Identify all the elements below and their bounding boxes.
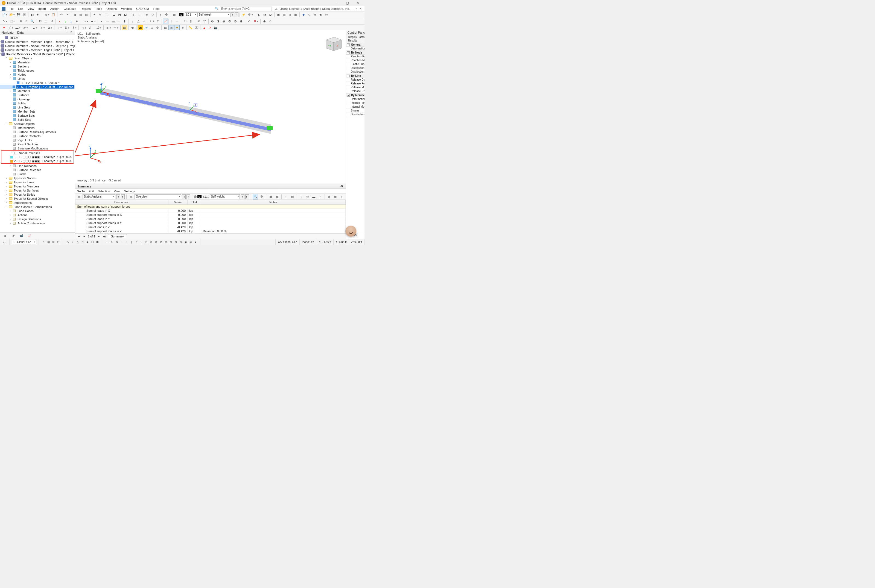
isometric-view-button[interactable]: ◈ (144, 12, 150, 18)
page-next[interactable]: ▸ (97, 234, 101, 238)
cp-group-header[interactable]: −By Member (346, 93, 364, 97)
mdi-minimize[interactable]: — (350, 7, 354, 10)
lc-nav-button[interactable]: ▦ (171, 12, 177, 18)
summary-menu-selection[interactable]: Selection (98, 190, 110, 193)
select-button[interactable]: ↖ (1, 19, 6, 24)
tree-special-1[interactable]: Surface Results Adjustments (0, 130, 75, 134)
summary-tool-12[interactable]: ⊟ (333, 194, 338, 200)
render-wire-button[interactable]: ▱ (82, 19, 87, 24)
sb-osnap-12[interactable]: ⊘ (159, 240, 164, 244)
addon-button-1[interactable]: ◆ (301, 12, 306, 18)
tree-nodal-releases[interactable]: ˅Nodal Releases (2, 151, 74, 155)
sb-osnap-9[interactable]: ⊙ (144, 240, 149, 244)
viewport-3d[interactable]: LC1 - Self-weight Static Analysis Rotati… (75, 30, 346, 184)
tree-model-2[interactable]: ›Double Members - Member Hinges 3.rf6* |… (0, 48, 75, 52)
summary-tool-10[interactable]: ▫ (317, 194, 323, 200)
view-tool-3[interactable]: ⬔ (117, 12, 122, 18)
new-model-button[interactable]: 📄 (1, 12, 6, 18)
nav-mode-button[interactable]: ↕ (158, 12, 163, 18)
tool-c[interactable]: ▥ (287, 12, 293, 18)
open-button[interactable]: 📂 (9, 12, 14, 18)
hinge-button[interactable]: ○ (39, 25, 44, 31)
sb-osnap-1[interactable]: • (104, 240, 110, 244)
save-all-button[interactable]: 🗄 (22, 12, 27, 18)
copy-button[interactable]: ⎘ (80, 25, 85, 31)
display-surfaces-button[interactable]: ▭ (116, 19, 122, 24)
summary-filter-button[interactable]: ▤ (76, 194, 82, 200)
plausibility-button[interactable]: ≋ (97, 12, 103, 18)
view-tool-4[interactable]: ⬕ (122, 12, 128, 18)
col-notes[interactable]: Notes (201, 200, 346, 205)
tree-types-2[interactable]: ›Types for Members (0, 184, 75, 188)
maximize-button[interactable]: ▢ (342, 0, 352, 6)
cp-factor-row[interactable]: Distribution o...1.00 (346, 66, 364, 70)
cp-group-header[interactable]: −By Node (346, 51, 364, 55)
model-render[interactable]: 1 z x y Z X Y (75, 30, 346, 184)
summary-more[interactable]: » (339, 194, 344, 200)
col-unit[interactable]: Unit (188, 200, 201, 205)
nav-views-button[interactable]: ◈ (180, 25, 185, 31)
tree-special-9[interactable]: Blocks (0, 172, 75, 176)
summary-row[interactable]: Sum of loads in X0.000kip (75, 209, 346, 213)
tree-model-1[interactable]: ›Double Members - Nodal Releases - FAQ.r… (0, 44, 75, 48)
api-button[interactable]: ⚙ (155, 25, 160, 31)
keyword-search-input[interactable] (220, 6, 272, 11)
tree-special-8[interactable]: Surface Releases (0, 168, 75, 172)
summary-tool-9[interactable]: ▬ (311, 194, 317, 200)
connect-button[interactable]: ⊶ (112, 25, 117, 31)
cp-group-header[interactable]: −General (346, 43, 364, 47)
cp-factor-row[interactable]: Distribution o...1.00 (346, 70, 364, 74)
support-left[interactable] (96, 89, 102, 93)
close-button[interactable]: ✕ (352, 0, 363, 6)
summary-menu-view[interactable]: View (114, 190, 120, 193)
sb-coord-icon[interactable]: ⛶ (2, 240, 7, 244)
sb-snap-3[interactable]: △ (75, 240, 80, 244)
summary-lc-combo[interactable]: Self-weight (210, 194, 240, 199)
tree-types-1[interactable]: ›Types for Lines (0, 180, 75, 184)
tree-basic-member sets[interactable]: Member Sets (0, 109, 75, 113)
divide-button[interactable]: ≡ (105, 25, 110, 31)
menu-results[interactable]: Results (78, 7, 93, 10)
tree-basic-solids[interactable]: Solids (0, 101, 75, 105)
menu-cadbim[interactable]: CAD-BIM (134, 7, 151, 10)
sb-osnap-6[interactable]: ∥ (129, 240, 134, 244)
sb-snap-7[interactable]: ⬢ (95, 240, 100, 244)
sb-tool-3[interactable]: ⊞ (51, 240, 56, 244)
nav-display-button[interactable]: ✹ (174, 25, 180, 31)
perspective-button[interactable]: ◇ (150, 12, 155, 18)
gx-tool-2[interactable]: ◑ (215, 19, 221, 24)
table-button[interactable]: ▦ (163, 25, 168, 31)
nav-tab-views[interactable]: 📹 (18, 233, 25, 238)
cp-factor-row[interactable]: Internal Forces1.00 (346, 101, 364, 105)
script-button[interactable]: ◩ (35, 12, 41, 18)
new-member-button[interactable]: ▬ (14, 25, 20, 31)
sb-osnap-11[interactable]: ⊗ (154, 240, 159, 244)
z-axis-button[interactable]: z (68, 19, 74, 24)
summary-row[interactable]: Sum of loads in Y0.000kip (75, 217, 346, 221)
cp-factor-row[interactable]: Strains1.00 (346, 109, 364, 112)
addon-button-5[interactable]: ◎ (324, 12, 329, 18)
gx-tool-5[interactable]: ◔ (233, 19, 238, 24)
tree-types-4[interactable]: ›Types for Solids (0, 192, 75, 196)
sb-osnap-19[interactable]: ● (193, 240, 198, 244)
load-node-button[interactable]: ↓ (56, 25, 61, 31)
render-solid-button[interactable]: ▰ (89, 19, 95, 24)
numbering-button[interactable]: № (129, 25, 135, 31)
result-button-2[interactable]: ◑ (262, 12, 268, 18)
x-axis-button[interactable]: x (57, 19, 62, 24)
tree-special-5[interactable]: Structure Modifications (0, 146, 75, 150)
eccentricity-button[interactable]: ⊿ (46, 25, 51, 31)
tree-nodal-1[interactable]: 2 - 1 - ▢▢▢ ▣▣▣ | Local xyz | Cφ,x : 0.0… (2, 159, 74, 163)
sb-tool-4[interactable]: ⊟ (56, 240, 61, 244)
lc-prev-button[interactable]: ◂ (230, 12, 235, 17)
nav-data-button[interactable]: 🗂 (168, 25, 174, 31)
support-button[interactable]: ▲ (31, 25, 37, 31)
tool-b[interactable]: ▤ (281, 12, 287, 18)
navigation-cube[interactable]: +Y X (320, 33, 342, 52)
sb-osnap-7[interactable]: ↗ (134, 240, 139, 244)
grid-button[interactable]: ▦ (72, 12, 78, 18)
camera-button[interactable]: 📷 (213, 25, 218, 31)
show-all-button[interactable]: ⊡ (38, 19, 43, 24)
js-button[interactable]: JS (138, 25, 143, 31)
view-tool-1[interactable]: ⬚ (105, 12, 111, 18)
